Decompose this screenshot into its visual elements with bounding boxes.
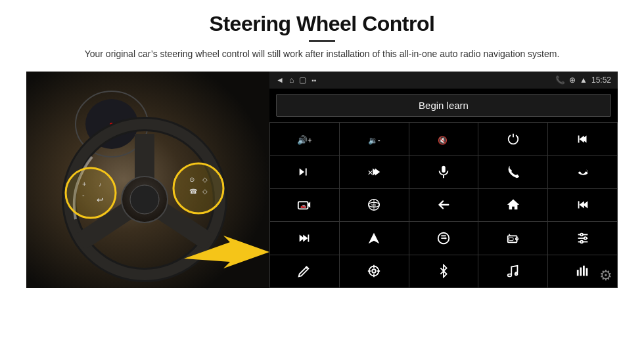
- svg-text:-: -: [82, 191, 85, 199]
- svg-text:🔇: 🔇: [438, 135, 448, 144]
- settings-gear-icon[interactable]: ⚙: [599, 267, 612, 284]
- power-button[interactable]: [478, 123, 547, 155]
- home-button[interactable]: [478, 189, 547, 221]
- svg-marker-48: [369, 233, 380, 244]
- radio-button[interactable]: [478, 222, 547, 254]
- steering-wheel-svg: ●: [26, 72, 269, 288]
- svg-point-67: [372, 270, 376, 274]
- svg-rect-26: [578, 135, 579, 142]
- begin-learn-row: Begin learn: [269, 89, 618, 122]
- svg-point-64: [580, 241, 583, 243]
- icon-grid: 🔊+ 🔉- 🔇: [269, 122, 618, 288]
- svg-point-58: [580, 234, 583, 236]
- mic-button[interactable]: [409, 156, 478, 188]
- music-button[interactable]: ⚙: [478, 255, 547, 287]
- svg-rect-74: [576, 270, 578, 276]
- status-right: 📞 ⊕ ▲ 15:52: [555, 75, 611, 85]
- vol-down-button[interactable]: 🔉-: [340, 123, 409, 155]
- page-container: Steering Wheel Control Your original car…: [0, 0, 644, 357]
- eq-button[interactable]: [409, 222, 478, 254]
- title-section: Steering Wheel Control Your original car…: [85, 12, 560, 61]
- android-panel: ◄ ⌂ ▢ ▪▪ 📞 ⊕ ▲ 15:52 Begin learn: [269, 72, 618, 288]
- status-left: ◄ ⌂ ▢ ▪▪: [276, 75, 316, 85]
- svg-marker-32: [375, 169, 380, 176]
- recent-nav-icon[interactable]: ▢: [299, 75, 306, 85]
- svg-text:◇: ◇: [202, 188, 208, 195]
- svg-text:🚗: 🚗: [300, 203, 307, 209]
- media-icon: ▪▪: [311, 77, 316, 84]
- vol-up-button[interactable]: 🔊+: [270, 123, 339, 155]
- svg-point-16: [173, 163, 223, 213]
- svg-rect-75: [580, 268, 582, 276]
- hang-up-button[interactable]: [548, 156, 617, 188]
- svg-point-11: [66, 168, 116, 218]
- svg-marker-28: [300, 169, 304, 176]
- location-status-icon: ⊕: [569, 75, 576, 85]
- svg-point-10: [130, 185, 159, 214]
- phone-button[interactable]: [478, 156, 547, 188]
- svg-rect-29: [306, 169, 307, 176]
- back-nav-icon[interactable]: ◄: [276, 75, 284, 85]
- target-button[interactable]: [340, 255, 409, 287]
- home-nav-icon[interactable]: ⌂: [289, 75, 294, 85]
- svg-marker-46: [304, 234, 308, 242]
- begin-learn-button[interactable]: Begin learn: [276, 94, 611, 117]
- skip-forward-button[interactable]: [270, 156, 339, 188]
- adjustments-button[interactable]: [548, 222, 617, 254]
- svg-text:◇: ◇: [202, 176, 208, 183]
- svg-marker-52: [445, 237, 448, 240]
- svg-text:✕: ✕: [367, 169, 373, 177]
- title-divider: [309, 40, 335, 42]
- svg-text:🔊+: 🔊+: [297, 135, 311, 145]
- page-title: Steering Wheel Control: [85, 12, 560, 36]
- svg-rect-76: [583, 266, 585, 276]
- skip-next2-button[interactable]: [270, 222, 339, 254]
- subtitle-text: Your original car’s steering wheel contr…: [85, 47, 560, 61]
- svg-rect-77: [586, 268, 587, 276]
- fast-fwd-button[interactable]: ✕: [340, 156, 409, 188]
- status-time: 15:52: [591, 75, 611, 85]
- svg-rect-33: [442, 166, 446, 173]
- mute-button[interactable]: 🔇: [409, 123, 478, 155]
- skip-back-button[interactable]: [548, 189, 617, 221]
- bluetooth-button[interactable]: [409, 255, 478, 287]
- nav-button[interactable]: [340, 222, 409, 254]
- wifi-status-icon: ▲: [580, 75, 587, 85]
- back-button[interactable]: [409, 189, 478, 221]
- content-row: ●: [26, 72, 618, 288]
- svg-text:+: +: [82, 180, 86, 188]
- svg-point-61: [584, 237, 586, 240]
- steering-wheel-panel: ●: [26, 72, 269, 288]
- svg-rect-47: [308, 234, 310, 242]
- svg-text:⚙: ⚙: [515, 271, 518, 275]
- svg-text:☎: ☎: [189, 188, 197, 195]
- svg-rect-44: [578, 201, 579, 209]
- svg-text:⊙: ⊙: [189, 176, 195, 183]
- status-bar: ◄ ⌂ ▢ ▪▪ 📞 ⊕ ▲ 15:52: [269, 72, 618, 89]
- 360-button[interactable]: 360: [340, 189, 409, 221]
- pen-button[interactable]: [270, 255, 339, 287]
- steering-bg: ●: [26, 72, 269, 288]
- svg-text:🔉-: 🔉-: [368, 135, 380, 144]
- svg-rect-55: [509, 238, 513, 241]
- phone-status-icon: 📞: [555, 75, 565, 85]
- camera-button[interactable]: 🚗: [270, 189, 339, 221]
- prev-track-button[interactable]: [548, 123, 617, 155]
- svg-text:↩: ↩: [97, 195, 104, 205]
- svg-text:360: 360: [371, 204, 377, 207]
- svg-marker-27: [582, 135, 586, 142]
- svg-text:♪: ♪: [99, 181, 102, 188]
